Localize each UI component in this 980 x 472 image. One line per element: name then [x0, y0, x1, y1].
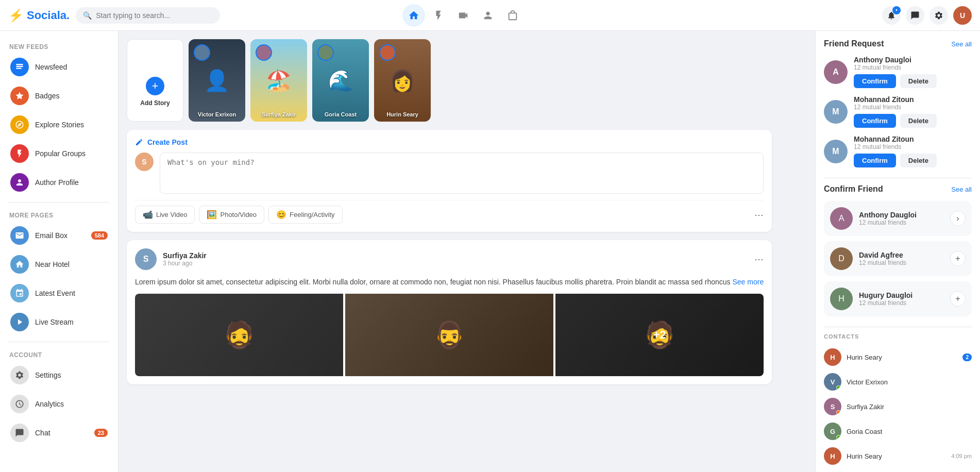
nav-people-button[interactable]: [477, 4, 499, 27]
story-hurin[interactable]: 👩 Hurin Seary: [374, 39, 431, 122]
stories-row: + Add Story 👤 Victor Exrixon 🏖️ Surfiya …: [127, 39, 772, 122]
right-panel: Friend Request See all A Anthony Daugloi…: [815, 31, 980, 472]
near-hotel-icon: [10, 255, 29, 274]
post-image-1[interactable]: 🧔: [135, 294, 343, 376]
confirm-add-hugury[interactable]: +: [950, 291, 966, 307]
story-name-surfiya: Surfiya Zakir: [250, 111, 307, 117]
add-story-btn[interactable]: +: [146, 77, 164, 95]
sidebar-item-explore-stories[interactable]: Explore Stories: [4, 110, 114, 139]
friend-requests-header: Friend Request See all: [824, 39, 972, 48]
live-video-button[interactable]: 📹 Live Video: [135, 206, 195, 224]
chat-label: Chat: [35, 429, 50, 437]
contacts-label: CONTACTS: [824, 333, 972, 340]
explore-stories-label: Explore Stories: [35, 121, 84, 129]
confirm-add-david[interactable]: +: [950, 251, 966, 266]
story-victor[interactable]: 👤 Victor Exrixon: [189, 39, 245, 122]
delete-anthony1-button[interactable]: Delete: [900, 74, 937, 88]
photo-video-button[interactable]: 🖼️ Photo/Video: [199, 206, 264, 224]
popular-groups-label: Popular Groups: [35, 149, 86, 158]
sidebar-item-email-box[interactable]: Email Box 584: [4, 221, 114, 250]
settings-button[interactable]: [930, 6, 948, 25]
sidebar-item-near-hotel[interactable]: Near Hotel: [4, 250, 114, 279]
sidebar-item-chat[interactable]: Chat 23: [4, 418, 114, 447]
req-name-mohannad1: Mohannad Zitoun: [854, 95, 972, 104]
confirm-friend-see-all[interactable]: See all: [951, 186, 972, 193]
delete-mohannad2-button[interactable]: Delete: [900, 154, 937, 167]
online-dot-victor: [836, 385, 841, 390]
confirm-anthony2[interactable]: A Anthony Daugloi 12 mutual friends ›: [824, 201, 972, 236]
confirm-chevron-anthony2[interactable]: ›: [950, 211, 966, 226]
confirm-info-david: David Agfree 12 mutual friends: [859, 251, 944, 266]
notification-badge: •: [892, 6, 901, 14]
confirm-info-hugury: Hugury Daugloi 12 mutual friends: [859, 291, 944, 307]
req-actions-mohannad2: Confirm Delete: [854, 154, 972, 167]
notification-button[interactable]: •: [882, 6, 901, 25]
online-dot-surfiya: [836, 410, 841, 415]
sidebar-item-live-stream[interactable]: Live Stream: [4, 308, 114, 336]
delete-mohannad1-button[interactable]: Delete: [900, 114, 937, 128]
create-post-header: Create Post: [135, 138, 764, 146]
email-box-label: Email Box: [35, 231, 67, 240]
contact-avatar-hurin: H: [824, 348, 841, 366]
sidebar-item-analytics[interactable]: Analytics: [4, 390, 114, 418]
post-user-avatar: S: [135, 248, 157, 270]
story-name-hurin: Hurin Seary: [374, 111, 431, 117]
req-avatar-mohannad1: M: [824, 100, 848, 124]
analytics-label: Analytics: [35, 400, 64, 408]
confirm-hugury[interactable]: H Hugury Daugloi 12 mutual friends +: [824, 281, 972, 316]
post-image-count: +2: [653, 328, 666, 342]
nav-home-button[interactable]: [402, 4, 425, 27]
sidebar-item-author-profile[interactable]: Author Profile: [4, 168, 114, 197]
friend-request-mohannad2: M Mohannad Zitoun 12 mutual friends Conf…: [824, 135, 972, 167]
search-bar[interactable]: 🔍: [76, 7, 220, 24]
contact-victor-exrixon[interactable]: V Victor Exrixon: [824, 369, 972, 394]
confirm-name-hugury: Hugury Daugloi: [859, 291, 944, 299]
sidebar-item-popular-groups[interactable]: Popular Groups: [4, 139, 114, 168]
post-more-button[interactable]: ⋯: [754, 209, 764, 221]
sidebar-item-settings[interactable]: Settings: [4, 361, 114, 390]
analytics-icon: [10, 395, 29, 413]
post-image-3[interactable]: 🧔 +2: [555, 294, 764, 376]
confirm-mohannad2-button[interactable]: Confirm: [854, 154, 896, 167]
live-video-label: Live Video: [156, 211, 187, 218]
contact-david-goria[interactable]: D David Goria 2 days: [824, 468, 972, 472]
friend-requests-see-all[interactable]: See all: [951, 40, 972, 48]
nav-shop-button[interactable]: [501, 4, 524, 27]
contact-avatar-victor: V: [824, 373, 841, 391]
online-dot-goria: [836, 435, 841, 440]
contact-avatar-surfiya: S: [824, 398, 841, 415]
post-image-2[interactable]: 🧔‍♂️: [345, 294, 553, 376]
contact-hurin-seary[interactable]: H Hurin Seary 2: [824, 345, 972, 369]
contact-surfiya-zakir[interactable]: S Surfiya Zakir: [824, 394, 972, 419]
feeling-button[interactable]: 😊 Feeling/Activity: [268, 206, 342, 224]
chat-button[interactable]: [906, 6, 924, 25]
add-story-card[interactable]: + Add Story: [127, 39, 183, 122]
confirm-name-anthony2: Anthony Daugloi: [859, 211, 944, 219]
feeling-icon: 😊: [276, 210, 286, 220]
nav-video-button[interactable]: [452, 4, 475, 27]
sidebar-item-badges[interactable]: Badges: [4, 81, 114, 110]
app-logo[interactable]: ⚡ Sociala.: [8, 8, 70, 23]
story-avatar-goria: [317, 44, 334, 61]
friend-request-mohannad1: M Mohannad Zitoun 12 mutual friends Conf…: [824, 95, 972, 128]
post-text-input[interactable]: [160, 153, 764, 194]
sidebar-item-newsfeed[interactable]: Newsfeed: [4, 53, 114, 81]
nav-flash-button[interactable]: [427, 4, 450, 27]
confirm-anthony1-button[interactable]: Confirm: [854, 74, 896, 88]
confirm-mohannad1-button[interactable]: Confirm: [854, 114, 896, 128]
confirm-friend-title: Confirm Friend: [824, 184, 883, 194]
contact-goria-coast[interactable]: G Goria Coast: [824, 419, 972, 444]
see-more-link[interactable]: See more: [733, 278, 764, 286]
user-avatar[interactable]: U: [953, 6, 972, 25]
confirm-david[interactable]: D David Agfree 12 mutual friends +: [824, 241, 972, 276]
story-surfiya[interactable]: 🏖️ Surfiya Zakir: [250, 39, 307, 122]
friend-requests-title: Friend Request: [824, 39, 884, 48]
contact-hurin-seary-2[interactable]: H Hurin Seary 4:09 pm: [824, 444, 972, 468]
search-input[interactable]: [96, 11, 213, 20]
req-actions-anthony1: Confirm Delete: [854, 74, 972, 88]
contact-avatar-hurin2: H: [824, 447, 841, 465]
post-options-button[interactable]: ⋯: [754, 254, 764, 265]
sidebar-item-latest-event[interactable]: Latest Event: [4, 279, 114, 308]
newsfeed-label: Newsfeed: [35, 63, 67, 71]
story-goria[interactable]: 🌊 Goria Coast: [312, 39, 369, 122]
